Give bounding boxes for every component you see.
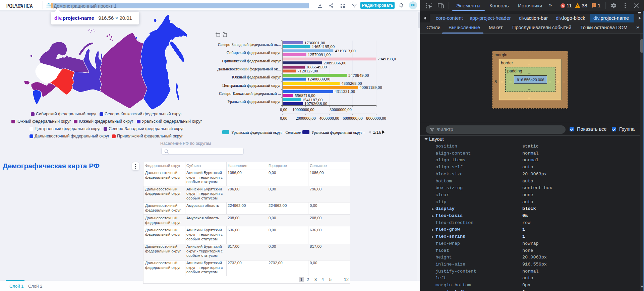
svg-text:Уральский федеральный округ -: Уральский федеральный округ - — [311, 130, 365, 135]
svg-text:10792638,00: 10792638,00 — [304, 101, 327, 106]
svg-text:0,00: 0,00 — [280, 116, 287, 121]
svg-text:8000000,00: 8000000,00 — [366, 116, 386, 121]
svg-text:Уральский федеральный округ: Уральский федеральный округ — [227, 99, 281, 104]
svg-text:6000000,00: 6000000,00 — [343, 116, 362, 121]
svg-text:Приволжский федеральный округ: Приволжский федеральный округ — [222, 59, 281, 63]
svg-text:7120127,00: 7120127,00 — [297, 68, 318, 73]
svg-text:2000000,00: 2000000,00 — [296, 116, 315, 121]
svg-text:12408889,00: 12408889,00 — [307, 76, 330, 81]
svg-text:Центральный федеральный округ: Центральный федеральный округ — [222, 83, 281, 88]
svg-text:30000000,00: 30000000,00 — [330, 107, 352, 112]
svg-text:10000000,00: 10000000,00 — [292, 107, 314, 112]
svg-text:40061189,00: 40061189,00 — [359, 85, 382, 90]
svg-text:0,00: 0,00 — [280, 107, 287, 112]
svg-text:Северо-Кавказский федеральный: Северо-Кавказский федеральный ... — [219, 91, 281, 96]
svg-text:Сибирский федеральный округ: Сибирский федеральный округ — [227, 50, 281, 55]
svg-text:12570091,00: 12570091,00 — [308, 52, 331, 57]
svg-text:5470849,00: 5470849,00 — [348, 73, 369, 78]
svg-text:4865268,00: 4865268,00 — [341, 81, 362, 86]
svg-text:Южный федеральный округ: Южный федеральный округ — [232, 75, 281, 79]
svg-text:Северо-Западный федеральный ок: Северо-Западный федеральный ок... — [218, 42, 281, 47]
svg-text:Уральский федеральный округ -: Уральский федеральный округ - Сельское — [231, 130, 301, 135]
svg-text:4000000,00: 4000000,00 — [319, 116, 339, 121]
svg-text:7949198,0: 7949198,0 — [377, 56, 396, 61]
svg-text:20895066,00: 20895066,00 — [324, 60, 346, 65]
svg-text:Дальневосточный федеральный ок: Дальневосточный федеральный ок... — [217, 67, 281, 71]
svg-text:14654195,00: 14654195,00 — [312, 44, 335, 49]
svg-text:4319313,00: 4319313,00 — [335, 48, 356, 53]
svg-text:1/16: 1/16 — [373, 130, 381, 135]
svg-text:4311331,00: 4311331,00 — [335, 89, 355, 94]
